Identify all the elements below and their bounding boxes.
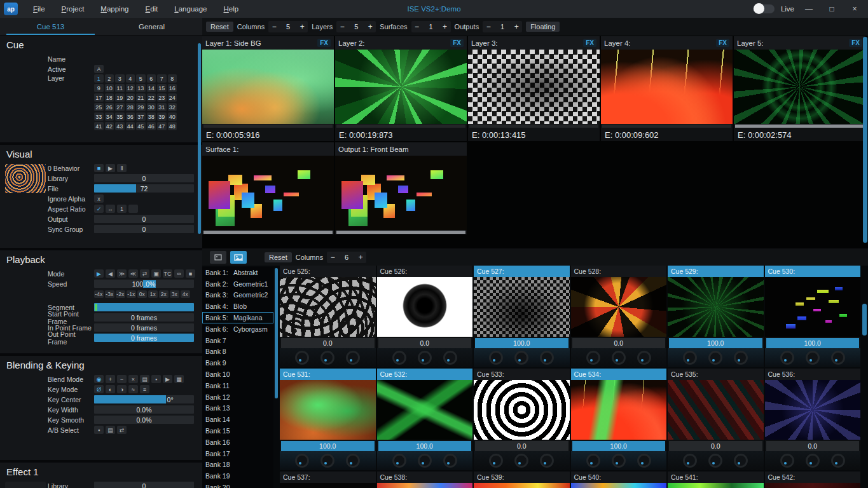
cue-knob-1[interactable] — [780, 351, 794, 365]
cue-cell-541[interactable]: Cue 541: — [668, 471, 764, 488]
cue-intensity-bar[interactable]: 100.0 — [281, 441, 375, 451]
cue-thumbnail[interactable] — [280, 380, 376, 440]
speed-mult-4x[interactable]: 4x — [181, 290, 190, 298]
layer-thumbnail[interactable] — [601, 50, 733, 124]
key-luma-icon[interactable]: ◐ — [106, 385, 115, 393]
cue-header[interactable]: Cue 531: — [280, 369, 376, 380]
blend-normal-icon[interactable]: ◉ — [94, 375, 104, 383]
layer-select-31[interactable]: 31 — [157, 103, 167, 111]
layer-progress-bar[interactable] — [469, 125, 598, 128]
cue-cell-536[interactable]: Cue 536:0.0 — [765, 369, 861, 470]
cue-knob-1[interactable] — [586, 351, 600, 365]
cue-cell-526[interactable]: Cue 526:0.0 — [377, 266, 473, 367]
tab-general[interactable]: General — [101, 18, 202, 35]
fx-button[interactable]: FX — [716, 39, 729, 47]
layer-progress-bar[interactable] — [735, 125, 864, 128]
sync-group-field[interactable]: 0 — [94, 225, 194, 233]
cue-knob-3[interactable] — [540, 351, 554, 365]
reverse-mode-icon[interactable]: ◀ — [106, 269, 115, 278]
bank-item-13[interactable]: Bank 13 — [202, 403, 273, 414]
key-none-icon[interactable]: Ø — [94, 385, 104, 393]
menu-project[interactable]: Project — [62, 5, 85, 13]
cue-header[interactable]: Cue 538: — [377, 471, 473, 483]
cue-intensity-bar[interactable]: 0.0 — [378, 338, 472, 348]
layer-select-4[interactable]: 4 — [126, 74, 135, 83]
layer-select-42[interactable]: 42 — [105, 122, 114, 130]
cue-cell-530[interactable]: Cue 530:100.0 — [765, 266, 861, 367]
cue-thumbnail[interactable] — [377, 277, 473, 337]
layer-thumbnail[interactable] — [335, 50, 467, 124]
aspect-one-icon[interactable]: 1 — [117, 205, 127, 213]
cue-knob-2[interactable] — [320, 454, 334, 468]
cue-header[interactable]: Cue 526: — [377, 266, 473, 277]
cue-thumbnail[interactable] — [571, 277, 667, 337]
cue-cell-535[interactable]: Cue 535:0.0 — [668, 369, 764, 470]
live-toggle-knob[interactable] — [754, 3, 764, 14]
layer-select-3[interactable]: 3 — [115, 74, 125, 83]
blend-over-icon[interactable]: ▶ — [163, 375, 172, 383]
layer-progress-bar[interactable] — [336, 125, 465, 128]
cue-cell-532[interactable]: Cue 532:100.0 — [377, 369, 473, 470]
step-back-icon[interactable]: ≪ — [128, 269, 138, 278]
cue-knob-2[interactable] — [514, 351, 528, 365]
cue-thumbnail[interactable] — [377, 483, 473, 488]
start-point-field[interactable]: 0 frames — [94, 313, 194, 322]
aspect-none-icon[interactable] — [128, 205, 138, 213]
layer-select-18[interactable]: 18 — [105, 93, 114, 102]
cue-thumbnail[interactable] — [474, 483, 570, 488]
speed-mult-1x[interactable]: 1x — [148, 290, 158, 298]
minimize-button[interactable]: — — [801, 4, 817, 13]
tab-cue-513[interactable]: Cue 513 — [0, 18, 101, 35]
cue-cell-537[interactable]: Cue 537: — [280, 471, 376, 488]
cue-header[interactable]: Cue 534: — [571, 369, 667, 380]
cue-header[interactable]: Cue 529: — [668, 266, 764, 277]
cue-cell-531[interactable]: Cue 531:100.0 — [280, 369, 376, 470]
fx-button[interactable]: FX — [849, 39, 862, 47]
cue-intensity-bar[interactable]: 100.0 — [766, 338, 860, 348]
layer-select-13[interactable]: 13 — [136, 84, 146, 92]
layer-select-22[interactable]: 22 — [147, 93, 156, 102]
cue-intensity-bar[interactable]: 100.0 — [378, 441, 472, 451]
cue-knob-1[interactable] — [489, 351, 503, 365]
layer-thumbnail[interactable] — [202, 50, 334, 124]
loop-icon[interactable]: ▣ — [151, 269, 161, 278]
pingpong-icon[interactable]: ⇄ — [140, 269, 149, 278]
fx-button[interactable]: FX — [450, 39, 464, 47]
cue-thumbnail[interactable] — [474, 380, 570, 440]
bank-columns-decrement[interactable]: − — [327, 253, 338, 262]
menu-mapping[interactable]: Mapping — [100, 5, 128, 13]
bank-item-7[interactable]: Bank 7 — [202, 335, 273, 346]
layer-thumbnail[interactable] — [468, 50, 600, 124]
cue-header[interactable]: Cue 527: — [474, 266, 570, 277]
layer-select-15[interactable]: 15 — [157, 84, 167, 92]
play-mode-icon[interactable]: ▶ — [94, 269, 104, 278]
layer-select-28[interactable]: 28 — [126, 103, 135, 111]
layer-select-30[interactable]: 30 — [147, 103, 156, 111]
cue-knob-1[interactable] — [683, 351, 697, 365]
cue-knob-1[interactable] — [780, 454, 794, 468]
layer-select-11[interactable]: 11 — [115, 84, 125, 92]
cue-intensity-bar[interactable]: 100.0 — [572, 441, 666, 451]
cue-thumbnail[interactable] — [668, 483, 764, 488]
key-center-field[interactable]: 0° — [94, 395, 194, 403]
surface-progress-bar[interactable] — [336, 231, 465, 234]
in-point-field[interactable]: 0 frames — [94, 323, 194, 332]
cue-header[interactable]: Cue 533: — [474, 369, 570, 380]
cue-knob-2[interactable] — [612, 454, 626, 468]
layer-select-41[interactable]: 41 — [94, 122, 104, 130]
speed-mult-3x[interactable]: 3x — [170, 290, 179, 298]
bank-item-19[interactable]: Bank 19 — [202, 470, 273, 482]
blend-subtract-icon[interactable]: − — [117, 375, 127, 383]
bank-reset-button[interactable]: Reset — [265, 252, 292, 262]
columns-increment[interactable]: + — [296, 22, 308, 31]
cue-cell-527[interactable]: Cue 527:100.0 — [474, 266, 570, 367]
speed-mult--3x[interactable]: -3x — [105, 290, 114, 298]
cue-knob-2[interactable] — [806, 454, 820, 468]
speed-mult--1x[interactable]: -1x — [127, 290, 136, 298]
outputs-decrement[interactable]: − — [483, 22, 494, 31]
layer-select-27[interactable]: 27 — [115, 103, 125, 111]
layer-select-12[interactable]: 12 — [126, 84, 135, 92]
cue-knob-1[interactable] — [392, 351, 406, 365]
cue-thumbnail[interactable] — [765, 277, 861, 337]
ab-image-icon[interactable]: ▤ — [106, 426, 115, 434]
